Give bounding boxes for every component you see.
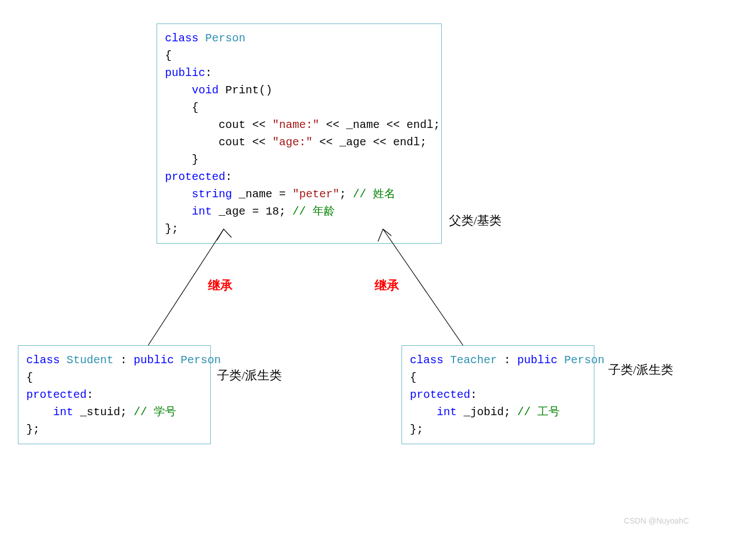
- code-line: class Student : public Person: [26, 351, 202, 369]
- code-line: };: [410, 421, 586, 438]
- comment: // 工号: [517, 406, 560, 419]
- code-line: cout << "name:" << _name << endl;: [165, 116, 433, 134]
- keyword-public: public: [134, 354, 174, 367]
- keyword-class: class: [410, 354, 443, 367]
- string-literal: "name:": [272, 118, 319, 131]
- code-line: };: [26, 421, 202, 438]
- code-line: void Print(): [165, 82, 433, 99]
- code-line: int _age = 18; // 年龄: [165, 203, 433, 220]
- keyword-protected: protected: [410, 388, 470, 401]
- comment: // 年龄: [292, 205, 335, 218]
- code-line: protected:: [410, 386, 586, 403]
- keyword-int: int: [410, 406, 457, 419]
- code-line: {: [165, 99, 433, 116]
- string-literal: "age:": [272, 136, 313, 149]
- keyword-string: string: [165, 188, 232, 201]
- teacher-class-box: class Teacher : public Person { protecte…: [401, 345, 594, 444]
- class-name: Teacher: [443, 354, 497, 367]
- parent-class-label: 父类/基类: [449, 212, 502, 229]
- code-line: int _stuid; // 学号: [26, 403, 202, 421]
- code-line: {: [26, 369, 202, 386]
- keyword-class: class: [26, 354, 60, 367]
- code-line: protected:: [165, 168, 433, 186]
- watermark: CSDN @NuyoahC: [624, 516, 689, 525]
- base-class-name: Person: [557, 354, 604, 367]
- keyword-protected: protected: [26, 388, 87, 401]
- comment: // 姓名: [353, 188, 395, 201]
- code-line: string _name = "peter"; // 姓名: [165, 186, 433, 203]
- code-line: }: [165, 151, 433, 168]
- code-line: class Teacher : public Person: [410, 351, 586, 369]
- student-class-box: class Student : public Person { protecte…: [18, 345, 211, 444]
- inherit-label-2: 继承: [375, 277, 399, 294]
- code-line: int _jobid; // 工号: [410, 403, 586, 421]
- code-line: };: [165, 220, 433, 237]
- class-name: Student: [60, 354, 114, 367]
- code-line: class Person: [165, 30, 433, 47]
- keyword-public: public: [517, 354, 557, 367]
- child-class-label-1: 子类/派生类: [217, 367, 282, 384]
- keyword-public: public: [165, 66, 205, 79]
- code-line: public:: [165, 64, 433, 82]
- class-name: Person: [199, 32, 245, 45]
- inherit-label-1: 继承: [208, 277, 233, 294]
- keyword-int: int: [26, 406, 73, 419]
- string-literal: "peter": [292, 188, 339, 201]
- base-class-name: Person: [174, 354, 221, 367]
- code-line: {: [410, 369, 586, 386]
- person-class-box: class Person { public: void Print() { co…: [157, 23, 442, 244]
- keyword-class: class: [165, 32, 199, 45]
- code-line: cout << "age:" << _age << endl;: [165, 134, 433, 151]
- child-class-label-2: 子类/派生类: [608, 362, 673, 378]
- keyword-void: void: [165, 84, 219, 97]
- keyword-protected: protected: [165, 170, 225, 183]
- code-line: {: [165, 47, 433, 64]
- comment: // 学号: [134, 406, 176, 419]
- code-line: protected:: [26, 386, 202, 403]
- keyword-int: int: [165, 205, 212, 218]
